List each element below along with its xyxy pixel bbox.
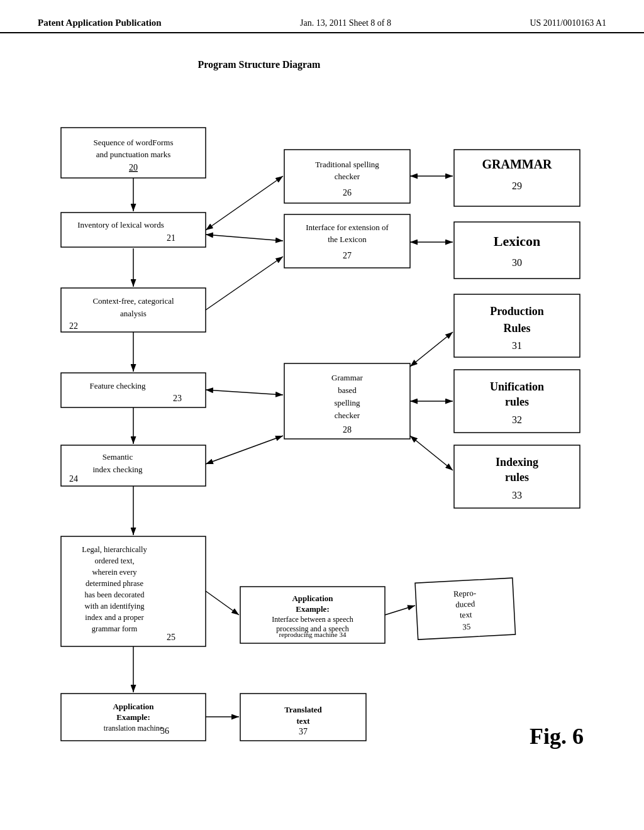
fig-label: Fig. 6: [530, 724, 584, 749]
program-structure-diagram: Program Structure Diagram GRAMMAR 29 Lex…: [26, 52, 618, 819]
legal-label6: with an identifying: [84, 602, 145, 611]
grammar-spell-label1: Grammar: [331, 373, 363, 382]
reproduced-label1: Repro-: [453, 588, 477, 599]
interface-label1: Interface for extension of: [306, 223, 389, 232]
arrow-34-35: [385, 606, 415, 615]
translation-label1: Application: [113, 702, 154, 711]
arrow-21-27: [206, 235, 283, 241]
arrow-22-27: [206, 257, 283, 310]
arrow-21-26: [206, 176, 283, 230]
spell-checker-label1: Traditional spelling: [315, 160, 379, 169]
legal-label2: ordered text,: [94, 556, 134, 565]
spell-checker-number: 26: [343, 188, 352, 197]
feature-label: Feature checking: [89, 381, 146, 390]
indexing-label2: rules: [505, 471, 529, 484]
lexicon-label: Lexicon: [494, 233, 541, 249]
unification-label1: Unification: [490, 380, 544, 393]
unification-label2: rules: [505, 396, 529, 408]
header-center: Jan. 13, 2011 Sheet 8 of 8: [300, 18, 391, 28]
legal-label4: determined phrase: [86, 579, 143, 588]
sequence-number: 20: [129, 163, 138, 172]
indexing-number: 33: [512, 490, 522, 501]
unification-number: 32: [512, 414, 522, 425]
app-example-label2: Example:: [296, 604, 329, 614]
reproduced-label2: duced: [455, 599, 475, 609]
header-right: US 2011/0010163 A1: [530, 18, 606, 28]
semantic-label2: index checking: [92, 465, 143, 474]
sequence-label2: and punctuation marks: [96, 150, 170, 159]
production-label2: Rules: [503, 322, 530, 335]
grammar-spell-label3: spelling: [334, 398, 360, 407]
legal-number: 25: [167, 633, 175, 642]
semantic-label1: Semantic: [103, 452, 133, 462]
header-left: Patent Application Publication: [38, 18, 162, 28]
arrow-25-34: [206, 591, 239, 615]
grammar-spell-label2: based: [338, 385, 357, 395]
app-example-label1: Application: [292, 594, 333, 603]
diagram-title: Program Structure Diagram: [198, 59, 321, 70]
sequence-label1: Sequence of wordForms: [93, 138, 173, 147]
grammar-spell-label4: checker: [335, 411, 360, 420]
diagram-area: Program Structure Diagram GRAMMAR 29 Lex…: [0, 33, 644, 830]
lexicon-number: 30: [512, 257, 522, 268]
app-example-label5: reproducing machine 34: [279, 631, 347, 638]
grammar-label: GRAMMAR: [482, 157, 552, 171]
production-label1: Production: [490, 305, 544, 318]
translated-label1: Translated: [284, 705, 322, 714]
legal-label1: Legal, hierarchically: [82, 545, 147, 554]
inventory-label: Inventory of lexical words: [77, 220, 164, 230]
reproduced-number: 35: [462, 622, 471, 632]
app-example-label3: Interface between a speech: [272, 615, 353, 624]
arrow-24-28: [206, 436, 283, 464]
production-number: 31: [512, 340, 522, 351]
semantic-number: 24: [69, 474, 78, 484]
context-free-number: 22: [69, 321, 78, 331]
box-lexicon: [454, 222, 580, 279]
translation-number2: 36: [160, 726, 169, 736]
grammar-spell-number: 28: [343, 425, 352, 434]
inventory-number: 21: [167, 233, 175, 243]
interface-number: 27: [343, 251, 352, 260]
context-free-label2: analysis: [120, 309, 147, 318]
arrow-23-28: [206, 390, 283, 395]
arrow-28-production: [410, 332, 453, 367]
page-header: Patent Application Publication Jan. 13, …: [0, 0, 644, 33]
legal-label8: grammar form: [92, 624, 138, 633]
translation-label3: translation machine: [104, 724, 163, 733]
reproduced-label3: text: [460, 610, 473, 620]
grammar-number: 29: [512, 180, 522, 191]
legal-label3: wherein every: [92, 568, 137, 577]
feature-number: 23: [173, 394, 182, 403]
translated-label2: text: [297, 716, 311, 726]
translation-label2: Example:: [116, 712, 150, 722]
context-free-label1: Context-free, categorical: [92, 296, 174, 306]
interface-label2: the Lexicon: [328, 235, 367, 244]
spell-checker-label2: checker: [335, 172, 360, 181]
box-reproduced-group: Repro- duced text 35: [415, 578, 515, 639]
legal-label7: index and a proper: [85, 613, 144, 622]
legal-label5: has been decorated: [84, 590, 145, 599]
box-inventory: [61, 213, 206, 247]
arrow-28-indexing: [410, 436, 453, 470]
indexing-label1: Indexing: [496, 456, 538, 468]
translated-number: 37: [299, 727, 308, 736]
